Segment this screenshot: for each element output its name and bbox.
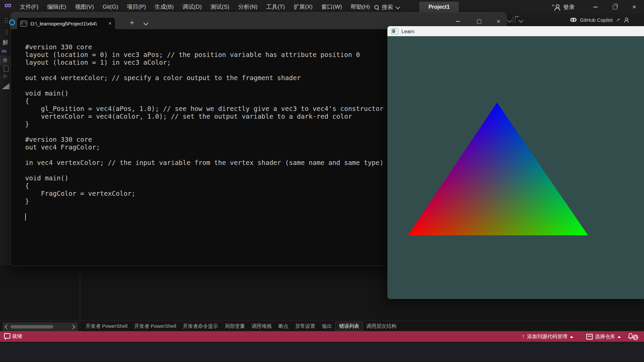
terminal-code-line: [25, 82, 383, 89]
terminal-code-line: {: [25, 97, 383, 105]
bottom-panel-tabs: 开发者 PowerShell开发者 PowerShell开发者命令提示局部变量调…: [82, 321, 400, 331]
panel-tab[interactable]: 开发者 PowerShell: [131, 322, 179, 330]
sign-in-person-icon: +: [554, 4, 560, 10]
project-title-button[interactable]: Project1: [419, 2, 459, 12]
panel-corner-shape: [2, 83, 9, 89]
tab-dropdown-icon[interactable]: [144, 21, 148, 25]
terminal-code-line: out vec4 FragColor;: [25, 143, 383, 151]
tab-close-icon[interactable]: ✕: [108, 21, 112, 26]
terminal-code-line: void main(): [25, 89, 383, 97]
titlebar-divider: [368, 3, 369, 11]
caret-up-icon: [570, 334, 573, 338]
cmd-icon: C:\: [20, 21, 27, 26]
terminal-tab-title: D:\_learnopengl\Project1\x64\: [31, 21, 97, 26]
sign-in-button[interactable]: + 登录: [554, 0, 575, 14]
caret-up-icon: [618, 334, 621, 338]
panel-tab[interactable]: 断点: [275, 322, 292, 330]
terminal-code-line: out vec4 vertexColor; // specify a color…: [25, 74, 383, 82]
notification-dot-icon: [9, 19, 15, 25]
learn-opengl-window: Learn: [387, 26, 644, 299]
solution-search-box[interactable]: 搜: [0, 56, 11, 65]
panel-tab[interactable]: 调用堆栈: [248, 322, 275, 330]
copilot-person-icon[interactable]: [624, 18, 629, 22]
scroll-right-icon[interactable]: [70, 324, 75, 329]
status-ready-label: 就绪: [12, 333, 22, 340]
close-icon: ✕: [632, 4, 637, 10]
terminal-code-line: layout (location = 0) in vec3 aPos; // t…: [25, 51, 383, 59]
notification-count-badge: 1: [633, 335, 638, 340]
panel-grip-icon: [5, 18, 8, 23]
select-repository-button[interactable]: 选择仓库: [586, 331, 621, 342]
chevron-down-icon[interactable]: [395, 5, 400, 9]
up-arrow-icon: ↑: [522, 333, 525, 340]
terminal-code-line: }: [25, 197, 383, 205]
panel-grip-icon: [5, 29, 8, 35]
solution-explorer-title-fragment: 解: [3, 39, 8, 46]
rgb-gradient-triangle: [408, 103, 588, 235]
terminal-code: #version 330 corelayout (location = 0) i…: [25, 43, 383, 205]
app-window-icon: [391, 28, 398, 34]
vs-close-button[interactable]: ✕: [627, 0, 642, 14]
terminal-code-line: layout (location = 1) in vec3 aColor;: [25, 59, 383, 66]
solution-search-label: 搜: [3, 57, 7, 63]
panel-tab[interactable]: 局部变量: [221, 322, 248, 330]
share-icon[interactable]: ↗: [616, 17, 620, 22]
panel-tab[interactable]: 开发者命令提示: [179, 322, 221, 330]
repository-icon: [586, 334, 593, 340]
terminal-code-line: [25, 151, 383, 159]
visual-studio-logo-icon: ∞: [4, 0, 11, 11]
toolbar-grip-icon: [513, 17, 516, 22]
learn-window-title: Learn: [401, 28, 414, 34]
panel-tab[interactable]: 调用层次结构: [363, 322, 400, 330]
terminal-minimize-button[interactable]: [451, 17, 465, 26]
terminal-code-line: {: [25, 182, 383, 190]
terminal-code-line: in vec4 vertexColor; // the input variab…: [25, 159, 383, 167]
terminal-code-line: gl_Position = vec4(aPos, 1.0); // see ho…: [25, 105, 383, 113]
learn-titlebar[interactable]: Learn: [387, 26, 644, 36]
windows-taskbar: [0, 342, 644, 362]
select-repo-label: 选择仓库: [595, 334, 615, 340]
terminal-code-line: vertexColor = vec4(aColor, 1.0); // set …: [25, 113, 383, 120]
new-tab-button[interactable]: +: [130, 19, 134, 26]
restore-icon: [613, 5, 617, 9]
panel-tab[interactable]: 输出: [319, 322, 335, 330]
terminal-code-line: FragColor = vertexColor;: [25, 190, 383, 197]
minimize-icon: [593, 7, 598, 7]
scrollbar-thumb[interactable]: [10, 325, 53, 328]
vs-minimize-button[interactable]: [588, 0, 603, 14]
solution-vs-logo-icon: ∞: [2, 47, 7, 55]
search-icon: [374, 5, 379, 9]
terminal-close-button[interactable]: ✕: [492, 17, 505, 26]
panel-divider: [0, 320, 644, 321]
search-label: 搜索: [382, 3, 393, 11]
feedback-bubble-icon[interactable]: [4, 333, 10, 339]
panel-tab[interactable]: 异常设置: [292, 322, 319, 330]
terminal-code-line: void main(): [25, 174, 383, 182]
scroll-left-icon[interactable]: [5, 324, 9, 329]
file-icon: [4, 66, 9, 72]
add-source-control-label: 添加到源代码管理: [527, 334, 568, 340]
minimize-icon: [456, 21, 460, 22]
terminal-maximize-button[interactable]: [472, 17, 486, 26]
terminal-code-line: [25, 128, 383, 136]
terminal-code-line: [25, 66, 383, 74]
terminal-code-line: #version 330 core: [25, 43, 383, 51]
add-to-source-control-button[interactable]: ↑ 添加到源代码管理: [522, 331, 573, 342]
maximize-icon: [477, 19, 481, 24]
terminal-cursor: [25, 214, 26, 221]
horizontal-scrollbar[interactable]: [3, 322, 78, 331]
vs-statusbar: 就绪 ↑ 添加到源代码管理 选择仓库: [0, 331, 644, 342]
panel-tab[interactable]: 错误列表: [335, 322, 363, 331]
sign-in-label: 登录: [563, 3, 575, 11]
close-icon: ✕: [496, 19, 500, 24]
vs-restore-button[interactable]: [607, 0, 623, 14]
toolbar-overflow-icon[interactable]: ▸▸: [515, 14, 519, 18]
terminal-tab[interactable]: C:\ D:\_learnopengl\Project1\x64\ ✕: [17, 18, 115, 29]
copilot-icon: [570, 18, 577, 22]
terminal-code-line: #version 330 core: [25, 136, 383, 143]
github-copilot-badge[interactable]: GitHub Copilot ↗: [570, 15, 629, 25]
expand-play-icon[interactable]: ▷: [4, 73, 7, 78]
panel-tab[interactable]: 开发者 PowerShell: [82, 322, 131, 330]
screen: ∞ 文件(F)编辑(E)视图(V)Git(G)项目(P)生成(B)调试(D)测试…: [0, 0, 644, 362]
panel-divider: [80, 265, 80, 331]
